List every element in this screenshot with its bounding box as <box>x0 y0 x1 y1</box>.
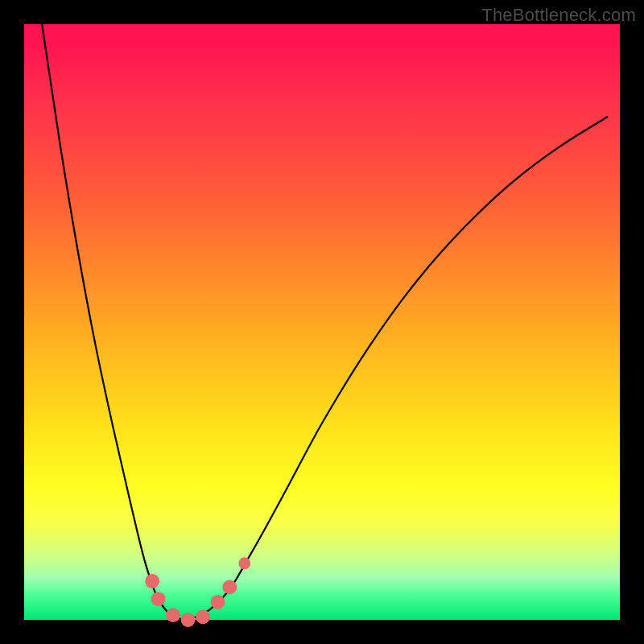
curve-markers <box>145 557 250 627</box>
curve-marker <box>211 595 225 609</box>
plot-area <box>24 24 620 620</box>
curve-marker <box>181 613 196 627</box>
curve-marker <box>145 574 159 588</box>
curve-marker <box>151 592 166 606</box>
bottleneck-curve <box>42 24 608 620</box>
curve-marker <box>196 609 210 624</box>
watermark-text: TheBottleneck.com <box>481 5 636 26</box>
curve-marker <box>166 608 180 622</box>
chart-frame: TheBottleneck.com <box>0 0 644 644</box>
chart-svg <box>24 24 620 620</box>
curve-marker <box>222 580 237 594</box>
curve-marker <box>238 557 250 569</box>
